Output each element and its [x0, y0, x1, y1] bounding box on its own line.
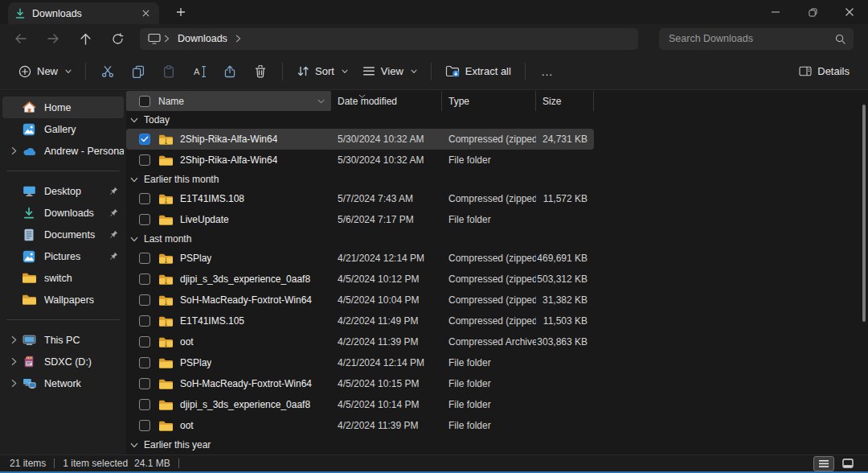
row-checkbox[interactable]: [139, 294, 150, 306]
extract-folder-icon: [445, 65, 460, 77]
file-row[interactable]: 2Ship-Rika-Alfa-Win645/30/2024 10:32 AMC…: [126, 129, 594, 150]
sidebar-item-wallpapers[interactable]: Wallpapers: [2, 289, 124, 311]
breadcrumb-chevron-icon[interactable]: [164, 35, 170, 43]
tab-close-icon[interactable]: [138, 6, 153, 21]
rename-button[interactable]: A: [184, 58, 215, 85]
details-pane-button[interactable]: Details: [792, 58, 857, 85]
chevron-down-icon: [130, 442, 138, 448]
cut-button[interactable]: [92, 58, 123, 85]
chevron-right-icon[interactable]: [7, 357, 21, 366]
address-bar[interactable]: Downloads: [140, 28, 638, 50]
search-box[interactable]: [659, 28, 854, 50]
toolbar-divider: [85, 63, 86, 80]
view-button[interactable]: View: [355, 58, 424, 85]
maximize-restore-button[interactable]: [794, 0, 831, 24]
row-checkbox[interactable]: [139, 274, 150, 285]
file-row[interactable]: SoH-MacReady-Foxtrot-Win644/5/2024 10:15…: [126, 373, 594, 394]
sidebar-item-switch[interactable]: switch: [2, 267, 124, 289]
sidebar-item-pictures[interactable]: Pictures: [2, 245, 124, 267]
this-pc-monitor-icon[interactable]: [148, 33, 161, 44]
sidebar-item-downloads[interactable]: Downloads: [2, 202, 124, 224]
main-area: HomeGalleryAndrew - PersonalDesktopDownl…: [0, 91, 868, 455]
more-options-button[interactable]: …: [532, 58, 563, 85]
sidebar-item-documents[interactable]: Documents: [2, 224, 124, 245]
breadcrumb-chevron-icon[interactable]: [235, 35, 241, 43]
file-row[interactable]: oot4/2/2024 11:39 PMFile folder: [126, 415, 594, 436]
search-icon[interactable]: [835, 34, 845, 44]
delete-button[interactable]: [245, 58, 276, 85]
row-checkbox[interactable]: [139, 378, 150, 389]
sidebar-item-this-pc[interactable]: This PC: [2, 329, 124, 351]
forward-button[interactable]: [37, 27, 69, 51]
row-checkbox[interactable]: [139, 134, 150, 145]
sidebar-item-andrew-personal[interactable]: Andrew - Personal: [2, 140, 124, 162]
select-all-checkbox[interactable]: [139, 96, 150, 107]
row-checkbox[interactable]: [139, 420, 150, 431]
new-tab-button[interactable]: [170, 2, 191, 23]
zipped-folder-icon: [158, 315, 174, 327]
file-row[interactable]: PSPlay4/21/2024 12:14 PMFile folder: [126, 352, 594, 373]
row-checkbox[interactable]: [139, 336, 150, 348]
file-row[interactable]: oot4/2/2024 11:39 PMCompressed Archive .…: [126, 331, 594, 352]
row-checkbox[interactable]: [139, 357, 150, 368]
group-header-last-month[interactable]: Last month: [126, 230, 868, 248]
details-view-toggle[interactable]: [813, 456, 834, 471]
sort-button[interactable]: Sort: [289, 58, 355, 85]
chevron-right-icon[interactable]: [7, 379, 21, 388]
chevron-right-icon[interactable]: [7, 335, 21, 344]
refresh-button[interactable]: [101, 27, 133, 51]
file-row[interactable]: 2Ship-Rika-Alfa-Win645/30/2024 10:32 AMF…: [126, 150, 594, 171]
file-row[interactable]: E1T41IMS.1054/2/2024 11:49 PMCompressed …: [126, 311, 594, 331]
row-checkbox[interactable]: [139, 214, 150, 225]
breadcrumb-item-downloads[interactable]: Downloads: [178, 33, 227, 44]
group-header-today[interactable]: Today: [126, 111, 868, 129]
paste-button[interactable]: [154, 58, 184, 85]
row-checkbox[interactable]: [139, 253, 150, 264]
group-header-earlier-this-month[interactable]: Earlier this month: [126, 171, 868, 188]
new-button[interactable]: New: [11, 58, 79, 85]
row-checkbox[interactable]: [139, 399, 150, 410]
close-button[interactable]: [831, 0, 868, 24]
status-divider: [54, 459, 55, 468]
row-checkbox[interactable]: [139, 193, 150, 204]
column-header-name[interactable]: Name: [126, 91, 331, 111]
pin-icon: [109, 208, 118, 217]
file-row[interactable]: djipi_s_3ds_experience_0aaf84/5/2024 10:…: [126, 269, 594, 290]
sidebar-item-sdxc-d[interactable]: SDXC (D:): [2, 351, 124, 372]
row-checkbox[interactable]: [139, 154, 150, 166]
back-button[interactable]: [5, 27, 37, 51]
file-row[interactable]: PSPlay4/21/2024 12:14 PMCompressed (zipp…: [126, 248, 594, 269]
copy-button[interactable]: [123, 58, 154, 85]
up-button[interactable]: [69, 27, 101, 51]
search-input[interactable]: [667, 32, 835, 45]
group-header-earlier-this-year[interactable]: Earlier this year: [126, 436, 868, 454]
extract-all-button[interactable]: Extract all: [438, 58, 518, 85]
file-size: 503,312 KB: [536, 274, 594, 285]
sidebar-item-gallery[interactable]: Gallery: [2, 118, 124, 140]
sidebar-item-network[interactable]: Network: [2, 372, 124, 394]
folder-icon: [158, 214, 174, 226]
share-button[interactable]: [215, 58, 245, 85]
chevron-right-icon[interactable]: [7, 146, 21, 155]
file-row[interactable]: LiveUpdate5/6/2024 7:17 PMFile folder: [126, 209, 594, 230]
file-row[interactable]: djipi_s_3ds_experience_0aaf84/5/2024 10:…: [126, 394, 594, 415]
name-header-chevron-icon[interactable]: [317, 99, 325, 104]
sidebar-item-label: Andrew - Personal: [44, 146, 124, 157]
file-row[interactable]: SoH-MacReady-Foxtrot-Win644/5/2024 10:04…: [126, 290, 594, 311]
column-header-date-modified[interactable]: Date modified: [331, 91, 442, 111]
sidebar-item-home[interactable]: Home: [2, 97, 124, 118]
column-header-type[interactable]: Type: [442, 91, 536, 111]
column-header-size[interactable]: Size: [536, 91, 594, 111]
file-row[interactable]: E1T41IMS.1085/7/2024 7:43 AMCompressed (…: [126, 188, 594, 209]
minimize-button[interactable]: [757, 0, 794, 24]
tab-downloads[interactable]: Downloads: [8, 2, 159, 24]
chevron-down-icon: [130, 177, 138, 183]
row-checkbox[interactable]: [139, 315, 150, 327]
sidebar-item-desktop[interactable]: Desktop: [2, 180, 124, 202]
folder-icon: [158, 378, 174, 390]
group-label: Earlier this month: [144, 174, 219, 185]
vertical-scrollbar-thumb[interactable]: [862, 105, 866, 322]
thumbnails-view-toggle[interactable]: [837, 456, 858, 471]
pictures-icon: [21, 250, 37, 263]
sidebar-item-label: Gallery: [44, 124, 124, 135]
